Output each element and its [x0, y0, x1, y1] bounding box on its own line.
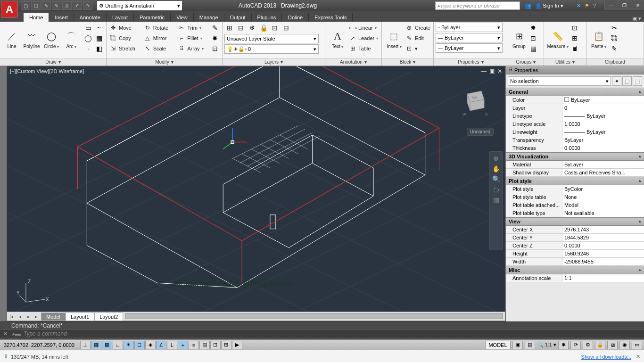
cleanscreen-icon[interactable]: ▭ [632, 341, 642, 349]
prop-value[interactable]: None [562, 193, 644, 201]
prop-value[interactable]: ———— ByLayer [562, 112, 644, 120]
table-button[interactable]: ⊞Table [348, 43, 379, 54]
mirror-button[interactable]: △Mirror [143, 33, 177, 43]
properties-title[interactable]: ⠿Properties [506, 66, 644, 74]
selectobj-icon[interactable]: ⬚ [622, 76, 632, 86]
minimize-button[interactable]: — [604, 1, 618, 10]
layerfrz-icon[interactable]: ❄ [247, 23, 257, 33]
pan-icon[interactable]: ✋ [492, 165, 500, 173]
coords-display[interactable]: 3270.4702, 2207.2597, 0.0000 [0, 342, 78, 348]
modelspace-button[interactable]: MODEL [485, 341, 510, 349]
restore-button[interactable]: ❐ [618, 1, 631, 10]
showmotion-icon[interactable]: ▦ [493, 196, 499, 204]
prop-row[interactable]: Layer0 [506, 104, 644, 112]
prop-row[interactable]: Width-29088.9455 [506, 258, 644, 266]
groupbox-icon[interactable]: ▦ [528, 43, 538, 54]
edit-button[interactable]: ✎Edit [405, 33, 431, 43]
prop-row[interactable]: Plot table typeNot available [506, 209, 644, 217]
togglepim-icon[interactable]: ⬚ [633, 76, 642, 86]
tpy-icon[interactable]: ▤ [199, 341, 210, 349]
vp-max-icon[interactable]: ▣ [489, 68, 495, 74]
groupedit-icon[interactable]: ⊡ [528, 33, 538, 43]
app-logo[interactable]: A [1, 1, 18, 18]
tab-next-icon[interactable]: ▸ [24, 314, 33, 319]
vp-close-icon[interactable]: ✕ [497, 68, 502, 74]
layer-state-dropdown[interactable]: Unsaved Layer State▾ [224, 34, 319, 43]
tab-first-icon[interactable]: |◂ [7, 314, 16, 319]
prop-row[interactable]: Lineweight———— ByLayer [506, 128, 644, 136]
scale-button[interactable]: ⤡Scale [143, 43, 177, 54]
prop-row[interactable]: Center Y1844.5829 [506, 234, 644, 242]
hatch-icon[interactable]: ▦ [94, 33, 104, 43]
prop-value[interactable]: 1844.5829 [562, 234, 644, 241]
prop-value[interactable]: ByLayer [562, 136, 644, 144]
point-icon[interactable]: · [83, 43, 93, 54]
prop-value[interactable]: ———— ByLayer [562, 128, 644, 136]
linetype-dropdown[interactable]: — ByLayer▾ [436, 43, 503, 53]
layer-dropdown[interactable]: 💡☀🔓▫ 0▾ [224, 44, 319, 54]
panel-expand-icon[interactable]: ▣ ▾ [629, 16, 644, 22]
explode-icon[interactable]: ✸ [210, 33, 220, 43]
tab-layout[interactable]: Layout [107, 13, 134, 22]
annoscale-display[interactable]: 🔍 1:1 ▾ [537, 342, 556, 348]
navigation-bar[interactable]: ⊕ ✋ 🔍 ⭮ ▦ [489, 151, 503, 250]
tab-plugins[interactable]: Plug-ins [252, 13, 282, 22]
qa-saveas-icon[interactable]: ✎ [52, 1, 61, 10]
grid-icon[interactable]: ▦ [102, 341, 112, 349]
create-button[interactable]: ⊕Create [405, 23, 431, 33]
toolbar-lock-icon[interactable]: 🔒 [595, 341, 605, 349]
quicklayout-icon[interactable]: ▤ [525, 341, 535, 349]
prop-row[interactable]: Center X2976.1743 [506, 226, 644, 234]
drawing-viewport[interactable]: [−][Custom View][2D Wireframe] — ▣ ✕ [7, 66, 505, 321]
spline-icon[interactable]: ~ [94, 23, 104, 33]
tab-layout2[interactable]: Layout2 [94, 313, 123, 321]
download-close-icon[interactable]: ✕ [636, 354, 640, 360]
tab-last-icon[interactable]: ▸| [33, 314, 41, 319]
ungroup-icon[interactable]: ✸ [528, 23, 538, 33]
copy-button[interactable]: ⿻Copy [108, 33, 143, 43]
ortho-icon[interactable]: ∟ [113, 341, 123, 349]
prop-value[interactable]: 1.0000 [562, 120, 644, 128]
qa-new-icon[interactable]: ▢ [21, 1, 30, 10]
prop-row[interactable]: Plot style tableNone [506, 193, 644, 201]
orbit-icon[interactable]: ⭮ [493, 186, 499, 193]
stayconnected-icon[interactable]: ⚑ [585, 3, 589, 9]
calc-icon[interactable]: 🖩 [570, 43, 580, 54]
ducs-icon[interactable]: L [167, 341, 177, 349]
am-icon[interactable]: ▶ [232, 341, 242, 349]
dyn-icon[interactable]: + [178, 341, 188, 349]
infer-icon[interactable]: ⊥ [80, 341, 91, 349]
ws-icon[interactable]: ⚙ [583, 341, 593, 349]
signin-button[interactable]: 👤 Sign In ▾ [535, 3, 563, 9]
prop-row[interactable]: Thickness0.0000 [506, 144, 644, 152]
prop-value[interactable]: 0 [562, 104, 644, 112]
tab-insert[interactable]: Insert [49, 13, 74, 22]
show-all-downloads-link[interactable]: Show all downloads... [581, 354, 631, 360]
prop-value[interactable]: 2976.1743 [562, 226, 644, 233]
qp-icon[interactable]: ⊡ [210, 341, 221, 349]
polyline-button[interactable]: 〰Polyline [22, 23, 41, 56]
qa-plot-icon[interactable]: ⎙ [62, 1, 72, 10]
layerprops-icon[interactable]: ⊞ [224, 23, 235, 33]
layermatch-icon[interactable]: ⊡ [270, 23, 280, 33]
prop-row[interactable]: Shadow displayCasts and Receives Sha... [506, 169, 644, 177]
vp-min-icon[interactable]: — [481, 68, 487, 74]
prop-value[interactable]: Casts and Receives Sha... [562, 169, 644, 176]
qa-save-icon[interactable]: ✎ [41, 1, 51, 10]
prop-value[interactable]: ByColor [562, 185, 644, 193]
trim-button[interactable]: ✂Trim [177, 23, 210, 33]
qa-redo-icon[interactable]: ↷ [83, 1, 92, 10]
annoauto-icon[interactable]: ⟳ [570, 341, 581, 349]
ucs-name-tag[interactable]: Unnamed [467, 128, 494, 136]
prop-value[interactable]: 1:1 [562, 274, 644, 282]
search-input[interactable]: ▸ Type a keyword or phrase [435, 1, 520, 10]
prop-category[interactable]: 3D Visualization [506, 152, 644, 161]
tab-online[interactable]: Online [282, 13, 309, 22]
prop-row[interactable]: Linetype———— ByLayer [506, 112, 644, 120]
rect-icon[interactable]: ▭ [83, 23, 93, 33]
prop-row[interactable]: Plot table attached...Model [506, 201, 644, 209]
editattr-button[interactable]: ⊡▾ [405, 43, 431, 54]
prop-value[interactable]: 0.0000 [562, 242, 644, 249]
prop-row[interactable]: Height1560.9246 [506, 250, 644, 258]
prop-value[interactable]: Model [562, 201, 644, 209]
